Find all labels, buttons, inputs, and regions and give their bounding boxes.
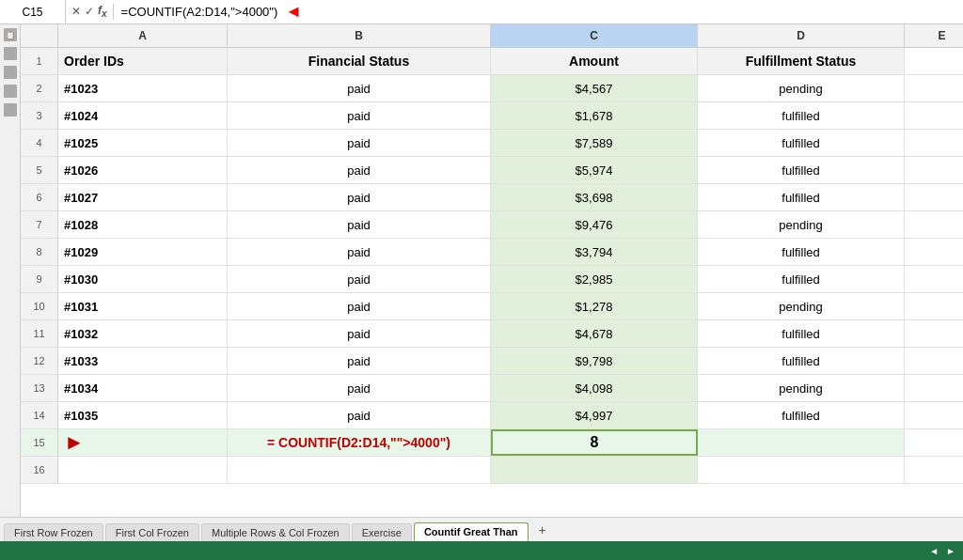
cell-13a[interactable]: #1034 <box>58 375 228 401</box>
formula-content[interactable]: =COUNTIF(A2:D14,">4000") ◄ <box>114 2 963 22</box>
cell-13d[interactable]: pending <box>698 375 905 401</box>
cell-9d[interactable]: fulfilled <box>698 266 905 292</box>
cell-8a[interactable]: #1029 <box>58 239 228 265</box>
cell-3b[interactable]: paid <box>228 102 491 129</box>
sidebar-icon-2 <box>4 47 17 60</box>
col-header-b[interactable]: B <box>228 24 491 47</box>
cell-15d[interactable] <box>698 429 905 456</box>
col-header-a[interactable]: A <box>58 24 228 47</box>
cell-11b[interactable]: paid <box>228 320 491 347</box>
cell-5b[interactable]: paid <box>228 157 491 183</box>
cell-16a[interactable] <box>58 457 228 483</box>
cell-11c[interactable]: $4,678 <box>491 320 698 347</box>
table-row: 4 #1025 paid $7,589 fulfilled <box>21 130 963 157</box>
tab-exercise[interactable]: Exercise <box>352 523 412 541</box>
cell-13b[interactable]: paid <box>228 375 491 401</box>
cell-6b[interactable]: paid <box>228 184 491 210</box>
row-num-15: 15 <box>21 429 58 456</box>
cell-10a[interactable]: #1031 <box>58 293 228 319</box>
cell-10d[interactable]: pending <box>698 293 905 319</box>
name-box-value: C15 <box>22 6 42 19</box>
cell-15a[interactable]: ► <box>58 429 228 456</box>
cell-4a[interactable]: #1025 <box>58 130 228 156</box>
cell-7b[interactable]: paid <box>228 211 491 238</box>
cell-1d[interactable]: Fulfillment Status <box>698 48 905 74</box>
status-right: ◄ ► <box>929 546 955 556</box>
table-row: 3 #1024 paid $1,678 fulfilled <box>21 102 963 130</box>
cell-16d[interactable] <box>698 457 905 483</box>
cell-10c[interactable]: $1,278 <box>491 293 698 319</box>
cell-11a[interactable]: #1032 <box>58 320 228 347</box>
formula-text: =COUNTIF(A2:D14,">4000") <box>121 5 278 19</box>
table-row: 9 #1030 paid $2,985 fulfilled <box>21 266 963 293</box>
cell-12b[interactable]: paid <box>228 348 491 374</box>
tab-add-button[interactable]: + <box>530 519 555 541</box>
cell-9b[interactable]: paid <box>228 266 491 292</box>
status-bar: ◄ ► <box>0 541 963 560</box>
cell-6d[interactable]: fulfilled <box>698 184 905 210</box>
cell-1a[interactable]: Order IDs <box>58 48 228 74</box>
cell-8d[interactable]: fulfilled <box>698 239 905 265</box>
col-header-c[interactable]: C <box>491 24 698 47</box>
col-header-e[interactable]: E <box>905 24 963 47</box>
cell-9c[interactable]: $2,985 <box>491 266 698 292</box>
cell-2a[interactable]: #1023 <box>58 75 228 101</box>
cell-11d[interactable]: fulfilled <box>698 320 905 347</box>
cell-16c[interactable] <box>491 457 698 483</box>
cell-8c[interactable]: $3,794 <box>491 239 698 265</box>
col-header-d[interactable]: D <box>698 24 905 47</box>
cell-9a[interactable]: #1030 <box>58 266 228 292</box>
cell-8b[interactable]: paid <box>228 239 491 265</box>
cell-3d[interactable]: fulfilled <box>698 102 905 129</box>
cell-15-formula[interactable]: = COUNTIF(D2:D14,"">4000") <box>228 429 491 456</box>
scroll-left-arrow[interactable]: ◄ <box>929 546 939 556</box>
cell-10b[interactable]: paid <box>228 293 491 319</box>
cancel-icon[interactable]: ✕ <box>71 5 81 18</box>
cell-5d[interactable]: fulfilled <box>698 157 905 183</box>
row-num-11: 11 <box>21 320 58 347</box>
tab-first-col-frozen[interactable]: First Col Frozen <box>105 523 199 541</box>
table-row: 10 #1031 paid $1,278 pending <box>21 293 963 320</box>
cell-6a[interactable]: #1027 <box>58 184 228 210</box>
cell-5a[interactable]: #1026 <box>58 157 228 183</box>
cell-7d[interactable]: pending <box>698 211 905 238</box>
confirm-icon[interactable]: ✓ <box>85 5 94 18</box>
table-row: 13 #1034 paid $4,098 pending <box>21 375 963 402</box>
cell-12c[interactable]: $9,798 <box>491 348 698 374</box>
cell-12a[interactable]: #1033 <box>58 348 228 374</box>
insert-function-icon[interactable]: fx <box>98 4 107 19</box>
formula-row: 15 ► = COUNTIF(D2:D14,"">4000") 8 <box>21 429 963 457</box>
tab-first-row-frozen[interactable]: First Row Frozen <box>4 523 103 541</box>
cell-3c[interactable]: $1,678 <box>491 102 698 129</box>
row-num-9: 9 <box>21 266 58 292</box>
cell-2c[interactable]: $4,567 <box>491 75 698 101</box>
scroll-right-arrow[interactable]: ► <box>946 546 955 556</box>
app-container: C15 ✕ ✓ fx =COUNTIF(A2:D14,">4000") ◄ 📋 … <box>0 0 963 560</box>
cell-14a[interactable]: #1035 <box>58 402 228 428</box>
name-box[interactable]: C15 <box>0 0 66 23</box>
corner-cell <box>21 24 58 47</box>
formula-bar: C15 ✕ ✓ fx =COUNTIF(A2:D14,">4000") ◄ <box>0 0 963 24</box>
cell-2d[interactable]: pending <box>698 75 905 101</box>
cell-7a[interactable]: #1028 <box>58 211 228 238</box>
tab-multiple-rows-col-frozen[interactable]: Multiple Rows & Col Frozen <box>201 523 350 541</box>
cell-7c[interactable]: $9,476 <box>491 211 698 238</box>
cell-2b[interactable]: paid <box>228 75 491 101</box>
cell-14b[interactable]: paid <box>228 402 491 428</box>
cell-4c[interactable]: $7,589 <box>491 130 698 156</box>
cell-14d[interactable]: fulfilled <box>698 402 905 428</box>
cell-14c[interactable]: $4,997 <box>491 402 698 428</box>
cell-15-result[interactable]: 8 <box>491 429 698 456</box>
cell-1c[interactable]: Amount <box>491 48 698 74</box>
cell-1b[interactable]: Financial Status <box>228 48 491 74</box>
cell-16b[interactable] <box>228 457 491 483</box>
tab-countif-great-than[interactable]: Countif Great Than <box>414 522 529 541</box>
cell-6c[interactable]: $3,698 <box>491 184 698 210</box>
cell-12d[interactable]: fulfilled <box>698 348 905 374</box>
cell-3a[interactable]: #1024 <box>58 102 228 129</box>
cell-4b[interactable]: paid <box>228 130 491 156</box>
cell-4d[interactable]: fulfilled <box>698 130 905 156</box>
table-row: 2 #1023 paid $4,567 pending <box>21 75 963 102</box>
cell-13c[interactable]: $4,098 <box>491 375 698 401</box>
cell-5c[interactable]: $5,974 <box>491 157 698 183</box>
